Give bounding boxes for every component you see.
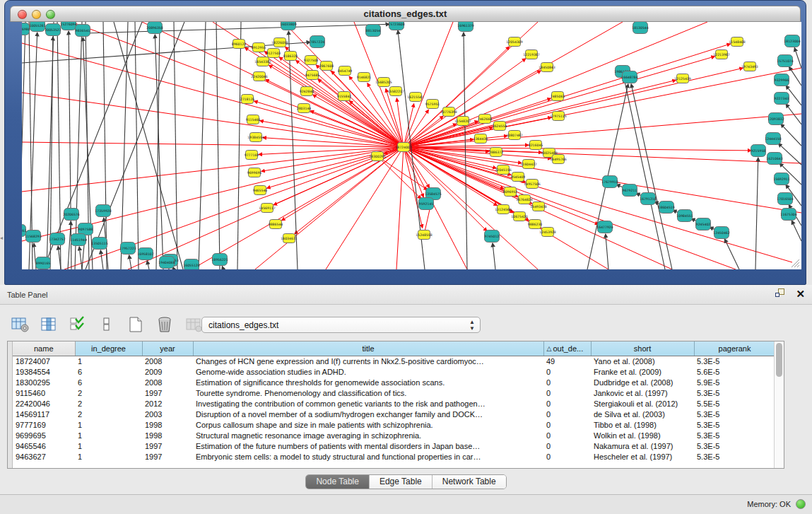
table-cell[interactable]: 9115460 (13, 387, 75, 398)
network-node[interactable]: 20053527 (45, 24, 61, 36)
close-panel-icon[interactable]: ✕ (796, 288, 805, 299)
network-node[interactable]: 16210643 (766, 153, 782, 165)
table-cell[interactable]: 5.3E-5 (694, 430, 775, 440)
network-node[interactable]: 16764824 (516, 195, 532, 204)
table-cell[interactable]: 5.3E-5 (694, 387, 775, 398)
network-node[interactable]: 9836541 (76, 25, 90, 37)
network-node[interactable]: 16495766 (550, 155, 566, 164)
tab-node-table[interactable]: Node Table (306, 475, 370, 489)
network-node[interactable]: 9699695 (247, 168, 262, 177)
network-node[interactable]: 7886372 (489, 148, 504, 157)
network-node[interactable]: 9245402 (696, 218, 711, 230)
table-cell[interactable]: Jankovic et al. (1997) (591, 387, 694, 398)
table-cell[interactable]: 1 (75, 356, 142, 366)
network-node[interactable]: 12453928 (539, 228, 555, 237)
network-node[interactable]: 10055287 (29, 22, 45, 32)
network-node[interactable]: 16033809 (280, 22, 296, 30)
table-cell[interactable]: 1998 (142, 419, 193, 430)
network-node[interactable]: 14957506 (524, 180, 540, 189)
table-cell[interactable]: Genome-wide association studies in ADHD. (193, 366, 543, 377)
column-header-year[interactable]: year (142, 341, 193, 356)
table-cell[interactable]: Wolkin et al. (1998) (591, 430, 694, 440)
minimize-window-button[interactable] (32, 10, 41, 19)
tab-network-table[interactable]: Network Table (433, 475, 506, 489)
network-node[interactable]: 2867608 (319, 62, 334, 71)
network-node[interactable]: 19404068 (158, 257, 175, 269)
table-cell[interactable]: 18300295 (13, 377, 75, 387)
table-cell[interactable]: 5.6E-5 (694, 366, 775, 377)
table-cell[interactable]: 2008 (142, 377, 193, 387)
table-cell[interactable]: 2012 (142, 398, 193, 409)
network-node[interactable]: 7857224 (310, 36, 325, 48)
network-node[interactable]: 22420046 (251, 72, 267, 81)
table-cell[interactable]: 6 (75, 366, 142, 377)
table-row[interactable]: 1830029562008Estimation of significance … (13, 377, 775, 387)
table-cell[interactable]: Changes of HCN gene expression and I(f) … (193, 356, 543, 366)
show-columns-icon[interactable] (39, 315, 59, 334)
table-cell[interactable]: 2 (75, 409, 142, 419)
network-node[interactable]: 11548207 (454, 117, 471, 126)
column-header-out-de-[interactable]: △out_de... (543, 341, 591, 356)
network-node[interactable]: 7485063 (551, 92, 565, 101)
table-cell[interactable]: Disruption of a novel member of a sodium… (193, 409, 543, 419)
network-node[interactable]: 12219387 (523, 50, 539, 59)
network-node[interactable]: 9242848 (300, 87, 314, 96)
table-cell[interactable]: 6 (75, 377, 142, 387)
network-node[interactable]: 15248558 (416, 230, 432, 240)
network-node[interactable]: 17342757 (49, 233, 65, 245)
column-header-pagerank[interactable]: pagerank (694, 341, 775, 356)
table-cell[interactable]: 0 (543, 409, 591, 419)
table-cell[interactable]: 0 (543, 440, 591, 451)
network-node[interactable]: 9465546 (253, 186, 268, 195)
network-node[interactable]: 13505115 (91, 238, 107, 250)
network-node[interactable]: 8960123 (232, 40, 247, 49)
network-node[interactable]: 17679910 (601, 176, 618, 188)
table-selector-combobox[interactable]: citations_edges.txt ▲▼ (201, 317, 481, 333)
network-node[interactable]: 9886230 (528, 220, 543, 229)
network-node[interactable]: 9592145 (419, 198, 434, 210)
network-node[interactable]: 12125439 (674, 74, 690, 83)
network-node[interactable]: 18604519 (658, 201, 674, 214)
network-node[interactable]: 13124568 (495, 205, 511, 214)
network-node[interactable]: 18724007 (395, 143, 411, 152)
table-cell[interactable]: 1997 (142, 387, 193, 398)
network-node[interactable]: 18956221 (211, 254, 228, 266)
table-cell[interactable]: 5.3E-5 (694, 440, 775, 451)
table-cell[interactable]: 0 (543, 419, 591, 430)
network-node[interactable]: 16034671 (281, 234, 297, 243)
network-node[interactable]: 9679211 (623, 185, 637, 197)
table-cell[interactable]: 2008 (142, 356, 193, 366)
network-node[interactable]: 8454749 (338, 66, 353, 76)
network-node[interactable]: 20206576 (63, 209, 79, 221)
table-cell[interactable]: 1 (75, 440, 142, 451)
network-node[interactable]: 8990165 (36, 257, 51, 269)
table-cell[interactable]: 1998 (142, 430, 193, 440)
column-header-short[interactable]: short (591, 341, 694, 356)
network-node[interactable]: 7462668 (478, 115, 493, 124)
table-cell[interactable]: 18724007 (13, 356, 75, 366)
row-height-icon[interactable] (97, 315, 117, 334)
network-node[interactable]: 11568293 (25, 230, 41, 243)
network-node[interactable]: 8096957 (503, 187, 518, 197)
network-canvas[interactable]: 1872400789601238912955182260589127503165… (22, 22, 801, 269)
table-cell[interactable]: 9463627 (13, 451, 75, 462)
table-cell[interactable]: 9465546 (13, 440, 75, 451)
table-cell[interactable]: 5.3E-5 (694, 356, 775, 366)
table-cell[interactable]: Nakamura et al. (1997) (591, 440, 694, 451)
table-cell[interactable]: 1 (75, 451, 142, 462)
table-cell[interactable]: de Silva et al. (2003) (591, 409, 694, 419)
table-cell[interactable]: 0 (543, 387, 591, 398)
network-node[interactable]: 17016504 (777, 193, 793, 205)
network-node[interactable]: 16215541 (407, 93, 423, 102)
network-node[interactable]: 9545409 (511, 173, 526, 182)
network-node[interactable]: 12450462 (713, 227, 729, 239)
table-cell[interactable]: 0 (543, 430, 591, 440)
network-node[interactable]: 8813054 (366, 25, 381, 37)
network-node[interactable]: 12213987 (713, 50, 729, 59)
network-node[interactable]: 9127503 (266, 49, 281, 58)
network-node[interactable]: 3624554 (493, 122, 507, 131)
table-cell[interactable]: 2003 (142, 409, 193, 419)
table-row[interactable]: 977716911998Corpus callosum shape and si… (13, 419, 775, 430)
network-node[interactable]: 15723608 (388, 22, 404, 30)
network-node[interactable]: 8216045 (529, 141, 543, 150)
